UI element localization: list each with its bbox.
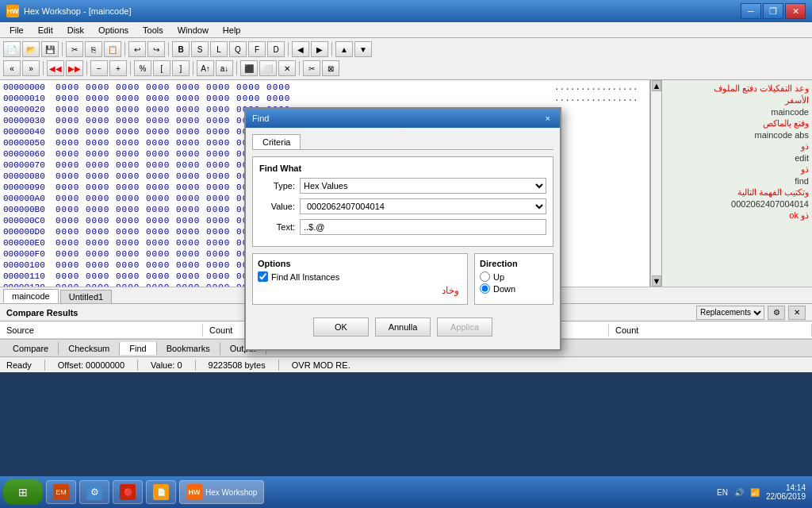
menu-tools[interactable]: Tools	[136, 24, 170, 37]
tb-next[interactable]: ▶	[311, 41, 328, 57]
direction-up-radio[interactable]	[480, 271, 490, 282]
menu-help[interactable]: Help	[216, 24, 247, 37]
find-type-row: Type: Hex Values Text String Binary	[259, 178, 546, 194]
title-bar: HW Hex Workshop - [maincode] ─ ❐ ✕	[0, 0, 812, 22]
tb-fwd[interactable]: »	[22, 60, 40, 76]
find-text-input[interactable]	[300, 219, 546, 235]
hex-bytes: 0000 0000 0000 0000 0000 0000 0000 0000	[56, 94, 554, 103]
tb-cut[interactable]: ✂	[66, 41, 83, 57]
dialog-tab-criteria[interactable]: Criteria	[252, 134, 301, 149]
tb-back[interactable]: «	[3, 60, 21, 76]
tb-a1[interactable]: A↑	[197, 60, 214, 76]
menu-options[interactable]: Options	[92, 24, 135, 37]
tb-up[interactable]: ▲	[335, 41, 353, 57]
tb-redo[interactable]: ↪	[147, 41, 165, 57]
dialog-tab-bar: Criteria	[252, 134, 553, 150]
hex-addr: 00000100	[0, 260, 56, 270]
status-mode: OVR MOD RE.	[292, 360, 350, 370]
tb-copy[interactable]: ⎘	[85, 41, 102, 57]
tb-paste[interactable]: 📋	[104, 41, 121, 57]
hex-addr: 00000030	[0, 116, 56, 125]
arabic-option-text: وخاد	[258, 282, 462, 299]
taskbar-app-em[interactable]: EM	[46, 480, 76, 504]
menu-disk[interactable]: Disk	[61, 24, 90, 37]
tb-copy2[interactable]: ⬛	[240, 60, 258, 76]
options-box: Options Find All Instances وخاد	[252, 253, 468, 305]
tb-prev[interactable]: ◀	[292, 41, 309, 57]
scrollbar[interactable]: ▲ ▼	[650, 80, 661, 287]
status-ready: Ready	[6, 360, 32, 370]
tb-save[interactable]: 💾	[41, 41, 59, 57]
direction-down-row: Down	[480, 283, 548, 294]
taskbar: ⊞ EM ⚙ 🔴 📄 HW Hex Workshop EN 🔊 📶 14:14 …	[0, 476, 812, 508]
tb-plus[interactable]: +	[109, 60, 127, 76]
tb-s[interactable]: S	[191, 41, 209, 57]
tb-d[interactable]: D	[267, 41, 285, 57]
taskbar-app-hw[interactable]: HW Hex Workshop	[179, 480, 264, 504]
tb-r1[interactable]: ◀◀	[47, 60, 64, 76]
tb-q[interactable]: Q	[229, 41, 247, 57]
tb-paste2[interactable]: ⬜	[259, 60, 277, 76]
find-all-label: Find All Instances	[271, 272, 339, 282]
taskbar-date: 22/06/2019	[766, 492, 806, 501]
menu-file[interactable]: File	[3, 24, 30, 37]
btab-checksum[interactable]: Checksum	[59, 342, 120, 355]
find-what-section: Find What Type: Hex Values Text String B…	[252, 156, 553, 247]
status-value: Value: 0	[151, 360, 182, 370]
direction-label: Direction	[480, 259, 548, 268]
start-button[interactable]: ⊞	[3, 479, 43, 505]
title-bar-left: HW Hex Workshop - [maincode]	[6, 5, 132, 17]
tab-maincode[interactable]: maincode	[3, 289, 59, 303]
taskbar-time: 14:14	[766, 483, 806, 492]
direction-down-radio[interactable]	[480, 283, 490, 294]
ok-button[interactable]: OK	[313, 318, 369, 337]
applica-button[interactable]: Applica	[437, 318, 492, 337]
tb-bracket2[interactable]: ]	[172, 60, 190, 76]
tb-scissors[interactable]: ✂	[303, 60, 320, 76]
btab-compare[interactable]: Compare	[3, 342, 59, 355]
tb-percent[interactable]: %	[134, 60, 151, 76]
replacements-dropdown[interactable]: Replacements	[696, 306, 764, 320]
taskbar-app-red[interactable]: 🔴	[113, 480, 143, 504]
btab-bookmarks[interactable]: Bookmarks	[157, 342, 220, 355]
tb-l[interactable]: L	[210, 41, 228, 57]
tb-bold[interactable]: B	[172, 41, 190, 57]
find-type-select[interactable]: Hex Values Text String Binary	[300, 178, 546, 194]
right-panel-item: ذو ok	[665, 210, 809, 221]
annulla-button[interactable]: Annulla	[375, 318, 431, 337]
dialog-buttons: OK Annulla Applica	[252, 311, 553, 343]
tb-undo[interactable]: ↩	[128, 41, 146, 57]
compare-close-btn[interactable]: ✕	[788, 306, 806, 320]
hex-addr: 00000050	[0, 138, 56, 148]
app-icon: HW	[6, 5, 19, 17]
menu-edit[interactable]: Edit	[32, 24, 59, 37]
hex-addr: 000000B0	[0, 205, 56, 214]
tb-x[interactable]: ✕	[278, 60, 296, 76]
compare-action-btn[interactable]: ⚙	[768, 306, 785, 320]
find-dialog: Find × Criteria Find What Type: Hex Valu…	[244, 107, 561, 351]
find-dialog-close[interactable]: ×	[542, 114, 553, 123]
taskbar-app-doc[interactable]: 📄	[146, 480, 176, 504]
tb-open[interactable]: 📂	[22, 41, 40, 57]
tb-r2[interactable]: ▶▶	[66, 60, 83, 76]
btab-find[interactable]: Find	[120, 342, 156, 355]
hex-bytes: 0000 0000 0000 0000 0000 0000 0000 0000	[56, 83, 554, 92]
right-panel-item: ذو	[665, 141, 809, 152]
find-value-input[interactable]: 0002062407004014	[300, 198, 546, 214]
tb-down[interactable]: ▼	[354, 41, 372, 57]
close-button[interactable]: ✕	[785, 3, 806, 19]
tab-untitled1[interactable]: Untitled1	[60, 290, 112, 303]
tb-bracket[interactable]: [	[153, 60, 170, 76]
tb-new[interactable]: 📄	[3, 41, 21, 57]
tb-last[interactable]: ⊠	[322, 60, 339, 76]
minimize-button[interactable]: ─	[741, 3, 761, 19]
taskbar-app-gear[interactable]: ⚙	[79, 480, 109, 504]
tb-f[interactable]: F	[248, 41, 266, 57]
title-bar-title: Hex Workshop - [maincode]	[24, 6, 132, 16]
hex-addr: 00000120	[0, 283, 56, 287]
menu-window[interactable]: Window	[171, 24, 215, 37]
tb-minus[interactable]: −	[90, 60, 108, 76]
find-all-checkbox[interactable]	[258, 271, 268, 282]
restore-button[interactable]: ❐	[763, 3, 783, 19]
tb-a2[interactable]: a↓	[216, 60, 233, 76]
